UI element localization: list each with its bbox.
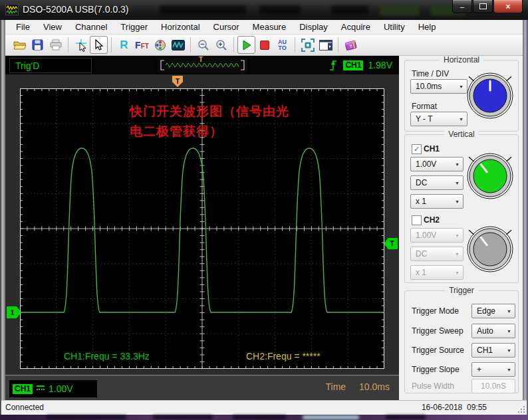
trigger-position-marker[interactable]: T: [172, 76, 183, 87]
ch1-position-marker[interactable]: 1: [7, 306, 21, 318]
fft-button[interactable]: FFT: [133, 36, 151, 54]
status-bar: Connected 16-06-2018 09:55: [1, 400, 527, 415]
cursor-measure-icon: [74, 39, 88, 52]
menu-item-display[interactable]: Display: [293, 20, 334, 34]
waveform-icon: [172, 40, 185, 51]
control-panel: Horizontal Time / DIV 10.0ms▼ Format Y -…: [399, 56, 523, 400]
minimize-button[interactable]: –: [452, 0, 472, 13]
fft-icon: FFT: [135, 39, 149, 51]
vertical-group: Vertical ✓ CH1 1.00V▼ DC▼ x 1▼ CH2 1.00V…: [404, 134, 519, 283]
save-button[interactable]: [29, 36, 47, 54]
menu-item-trigger[interactable]: Trigger: [114, 20, 154, 34]
stop-button[interactable]: [255, 36, 273, 54]
trigger-source-select[interactable]: CH1▼: [471, 343, 515, 358]
panel-layout-button[interactable]: [317, 36, 334, 54]
ch1-knob[interactable]: [466, 152, 514, 200]
trigger-level-marker[interactable]: T: [384, 238, 398, 249]
annotation-line1: 快门开关波形图（信号由光: [130, 103, 289, 120]
annotation-line2: 电二极管获得）: [130, 123, 223, 140]
reference-button[interactable]: R: [115, 36, 133, 54]
horizontal-knob[interactable]: [466, 72, 514, 120]
format-select[interactable]: Y - T▼: [410, 112, 467, 126]
trigger-sweep-label: Trigger Sweep: [412, 326, 463, 336]
minimize-icon: –: [460, 3, 464, 11]
zoom-out-button[interactable]: [194, 36, 212, 54]
blurred-text: [233, 415, 286, 419]
check-icon: ✓: [414, 145, 420, 153]
menu-item-acquire[interactable]: Acquire: [334, 20, 377, 34]
pulse-width-value: 10.0nS: [481, 381, 506, 391]
trigger-sweep-value: Auto: [477, 326, 493, 336]
trigger-level-readout: CH1 1.98V: [328, 57, 392, 73]
ch2-volt-value: 1.00V: [416, 231, 436, 240]
trigger-level-label: T: [390, 240, 394, 247]
ch1-badge: CH1: [13, 384, 33, 394]
menu-item-file[interactable]: File: [9, 20, 37, 34]
ch1-coupling-select[interactable]: DC▼: [410, 175, 463, 190]
toolbar-separator: [233, 37, 234, 52]
bottom-readout-bar: CH1 1.00V Time 10.0ms: [5, 375, 399, 400]
format-value: Y - T: [416, 114, 433, 124]
menu-item-utility[interactable]: Utility: [377, 20, 412, 34]
trigger-position-label: T: [176, 78, 180, 85]
menu-bar: File View Channel Trigger Horizontal Cur…: [5, 20, 523, 35]
run-button[interactable]: [237, 36, 255, 54]
zoom-in-button[interactable]: [212, 36, 230, 54]
blurred-text: [331, 6, 368, 15]
connection-status: Connected: [5, 403, 44, 412]
window-controls: – ×: [452, 0, 523, 13]
close-button[interactable]: ×: [493, 0, 523, 13]
record-button[interactable]: [151, 36, 169, 54]
fullscreen-icon: [301, 39, 315, 52]
trigger-mode-value: Edge: [477, 306, 495, 316]
panel-layout-icon: [319, 40, 332, 51]
trigger-source-value: CH1: [477, 346, 493, 355]
scope-display-area: T T 1 快门开关波形图（信号由光 电二极管获得） CH1:Frequ = 3…: [5, 74, 399, 375]
fullscreen-button[interactable]: [299, 36, 317, 54]
ch2-knob[interactable]: [466, 225, 514, 273]
cursor-measure-button[interactable]: [72, 36, 90, 54]
ch2-checkbox[interactable]: [412, 215, 422, 225]
trigger-mode-select[interactable]: Edge▼: [471, 304, 515, 318]
trigger-slope-select[interactable]: +▼: [471, 362, 515, 377]
chevron-down-icon: ▼: [507, 368, 511, 372]
blurred-text: [303, 415, 359, 419]
ch2-checkbox-label: CH2: [424, 215, 440, 225]
help-button[interactable]: ?: [342, 36, 360, 54]
print-button[interactable]: [47, 36, 65, 54]
chevron-down-icon: ▼: [455, 199, 460, 204]
ch1-volt-select[interactable]: 1.00V▼: [410, 157, 463, 171]
vertical-group-title: Vertical: [444, 130, 478, 139]
ch1-checkbox-label: CH1: [424, 144, 440, 154]
save-floppy-icon: [32, 39, 43, 51]
menu-item-measure[interactable]: Measure: [246, 20, 293, 34]
menu-item-horizontal[interactable]: Horizontal: [154, 20, 207, 34]
maximize-button[interactable]: [473, 0, 493, 13]
app-logo-icon: [5, 4, 19, 15]
ch1-checkbox[interactable]: ✓: [412, 144, 422, 154]
trigger-sweep-select[interactable]: Auto▼: [471, 324, 515, 338]
toolbar: R FFT AUTO ?: [5, 35, 523, 56]
time-div-label: Time / DIV: [412, 69, 449, 78]
autoset-button[interactable]: AUTO: [273, 36, 291, 54]
resize-grip[interactable]: [517, 405, 525, 413]
menu-item-channel[interactable]: Channel: [68, 20, 114, 34]
waveform-view-button[interactable]: [169, 36, 187, 54]
blurred-text: [386, 415, 426, 419]
ch1-position-label: 1: [11, 309, 15, 316]
preview-trigger-marker[interactable]: T: [199, 56, 203, 63]
scope-plot[interactable]: 快门开关波形图（信号由光 电二极管获得） CH1:Frequ = 33.3Hz …: [20, 88, 384, 369]
open-button[interactable]: [11, 36, 29, 54]
chevron-down-icon: ▼: [455, 162, 460, 167]
chevron-down-icon: ▼: [459, 117, 463, 122]
ch1-probe-select[interactable]: x 1▼: [410, 194, 463, 209]
chevron-down-icon: ▼: [507, 329, 511, 334]
ch1-volt-per-div: 1.00V: [49, 383, 73, 394]
menu-item-help[interactable]: Help: [412, 20, 443, 34]
channel-badge: CH1: [343, 60, 363, 70]
window-frame-left: [0, 19, 5, 415]
select-arrow-button[interactable]: [90, 36, 108, 54]
time-div-select[interactable]: 10.0ms▼: [410, 79, 467, 94]
menu-item-view[interactable]: View: [37, 20, 68, 34]
menu-item-cursor[interactable]: Cursor: [207, 20, 246, 34]
